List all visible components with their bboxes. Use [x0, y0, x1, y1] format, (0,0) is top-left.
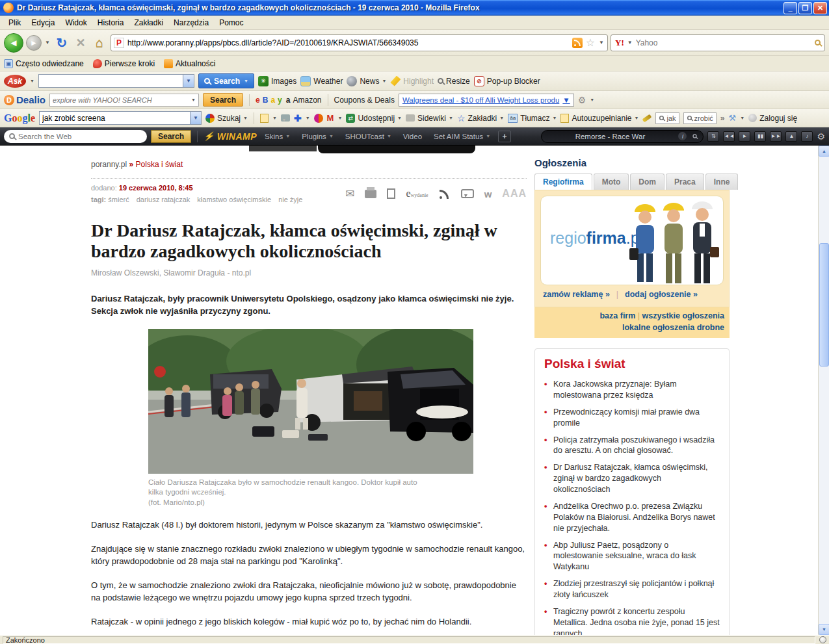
breadcrumb-section-link[interactable]: Polska i świat	[136, 160, 183, 169]
vertical-scrollbar[interactable]: ▲ ▼	[818, 146, 829, 635]
dealio-search-input[interactable]	[53, 96, 191, 104]
ask-resize-button[interactable]: Resize	[438, 77, 470, 86]
regiofirma-ad[interactable]: regiofirma.pl	[534, 190, 730, 307]
track-search-icon[interactable]	[693, 134, 697, 138]
print-icon[interactable]	[365, 190, 376, 198]
ask-images-button[interactable]: ✳Images	[258, 76, 296, 86]
dealio-amazon-button[interactable]: aAmazon	[286, 96, 322, 105]
google-logo[interactable]: Google	[4, 112, 35, 124]
word-search-zrobic[interactable]: zrobić	[683, 112, 717, 124]
google-szukaj-button[interactable]: Szukaj▼	[205, 114, 248, 123]
dealio-ebay-button[interactable]: eBay	[256, 96, 282, 105]
rss-icon[interactable]	[572, 38, 583, 48]
menu-zakladki[interactable]: Zakładki	[129, 17, 168, 29]
add-dropdown-icon[interactable]: ▼	[306, 116, 310, 120]
url-bar[interactable]: P http://www.poranny.pl/apps/pbcs.dll/ar…	[111, 34, 608, 51]
home-button[interactable]: ⌂	[91, 35, 108, 50]
menu-widok[interactable]: Widok	[60, 17, 91, 29]
stop-button[interactable]: ✕	[73, 36, 88, 50]
winamp-menu-aim-status[interactable]: Set AIM Status▼	[430, 133, 494, 140]
add-button-icon[interactable]: ✚	[294, 113, 302, 123]
settings-dropdown-icon[interactable]: ▼	[740, 116, 744, 120]
winamp-gear-icon[interactable]: ⚙	[817, 131, 825, 142]
combo-dropdown-icon[interactable]: ▼	[183, 75, 194, 87]
menu-narzedzia[interactable]: Narzędzia	[169, 17, 213, 29]
news-item-link[interactable]: Policja zatrzymała poszukiwanego i wsadz…	[544, 435, 720, 457]
winamp-menu-skins[interactable]: Skins▼	[261, 133, 294, 140]
url-dropdown-icon[interactable]: ▼	[598, 40, 605, 45]
tab-praca[interactable]: Praca	[666, 174, 704, 190]
tag-link[interactable]: śmierć	[108, 196, 129, 203]
photos-icon[interactable]	[260, 114, 269, 123]
bookmark-pierwsze-kroki[interactable]: Pierwsze kroki	[93, 59, 155, 68]
menu-pomoc[interactable]: Pomoc	[215, 17, 248, 29]
deal-dropdown-icon[interactable]: ▼	[562, 96, 570, 104]
google-search-input[interactable]	[40, 114, 190, 123]
ask-news-button[interactable]: News▼	[347, 76, 386, 86]
highlight-pen-icon[interactable]	[642, 114, 652, 122]
info-icon[interactable]: i	[678, 132, 687, 140]
winamp-menu-shoutcast[interactable]: SHOUTcast▼	[341, 133, 395, 140]
ask-logo[interactable]: Ask	[4, 75, 26, 88]
dealio-deal-link[interactable]: Walgreens deal - $10 off Alli Weight Los…	[399, 94, 574, 107]
institution-icon[interactable]	[281, 114, 290, 122]
search-options-dropdown-icon[interactable]: ▼	[244, 79, 248, 83]
url-text[interactable]: http://www.poranny.pl/apps/pbcs.dll/arti…	[127, 38, 569, 47]
news-item-link[interactable]: Tragiczny powrót z koncertu zespołu Meta…	[544, 606, 720, 635]
word-search-jak[interactable]: jak	[655, 112, 679, 124]
tab-dom[interactable]: Dom	[630, 174, 665, 190]
winamp-search-button[interactable]: Search	[151, 130, 191, 143]
baza-firm-link[interactable]: baza firm	[599, 311, 635, 320]
google-autofill-button[interactable]: Autouzupełnianie▼	[560, 114, 638, 123]
lokalne-ogloszenia-link[interactable]: lokalne ogłoszenia drobne	[622, 323, 724, 332]
bookmark-czesto-odwiedzane[interactable]: ▣Często odwiedzane	[4, 59, 84, 68]
winamp-logo[interactable]: ⚡WINAMP	[204, 131, 257, 142]
menu-historia[interactable]: Historia	[93, 17, 129, 29]
google-share-button[interactable]: ⇄Udostępnij▼	[346, 114, 402, 123]
google-translate-button[interactable]: ăaTłumacz▼	[508, 114, 557, 123]
menu-plik[interactable]: Plik	[4, 17, 25, 29]
ask-dropdown-icon[interactable]: ▼	[30, 79, 34, 83]
tab-moto[interactable]: Moto	[594, 174, 629, 190]
yahoo-search-input[interactable]	[636, 38, 812, 47]
news-dropdown-icon[interactable]: ▼	[382, 79, 386, 83]
scroll-down-icon[interactable]: ▼	[819, 624, 829, 635]
search-magnifier-icon[interactable]	[815, 40, 821, 45]
news-item-link[interactable]: Złodziej przestraszył się policjantów i …	[544, 578, 720, 600]
google-search-dropdown-icon[interactable]: ▼	[190, 112, 201, 124]
comments-icon[interactable]	[461, 189, 474, 198]
breadcrumb-site-link[interactable]: poranny.pl	[91, 160, 127, 169]
google-signin-button[interactable]: Zaloguj się	[748, 114, 797, 123]
font-size-icons[interactable]: AAA	[502, 188, 527, 200]
search-engine-dropdown-icon[interactable]: ▼	[627, 40, 633, 45]
bookmark-star-icon[interactable]: ☆	[586, 36, 595, 49]
gmail-dropdown-icon[interactable]: ▼	[337, 116, 342, 120]
news-item-link[interactable]: Abp Juliusz Paetz, posądzony o molestowa…	[544, 540, 720, 573]
dealio-search-button[interactable]: Search	[203, 93, 243, 107]
rss-feed-icon[interactable]	[439, 188, 451, 200]
news-item-link[interactable]: Dr Dariusz Ratajczak, kłamca oświęcimski…	[544, 462, 720, 495]
ask-highlight-button[interactable]: Highlight	[390, 76, 434, 86]
pause-button[interactable]: ▮▮	[754, 131, 766, 142]
ask-search-button[interactable]: Search▼	[198, 73, 254, 88]
ewydanie-link[interactable]: ewydanie	[406, 188, 428, 200]
bookmark-aktualnosci[interactable]: Aktualności	[164, 59, 215, 68]
ask-search-input[interactable]: ▼	[38, 74, 194, 88]
news-item-link[interactable]: Przewodniczący komisji miał prawie dwa p…	[544, 407, 720, 429]
next-button[interactable]: ►►	[770, 131, 782, 142]
previous-button[interactable]: ◄◄	[723, 131, 735, 142]
volume-button[interactable]: ♪	[801, 131, 813, 142]
photos-dropdown-icon[interactable]: ▼	[272, 116, 277, 120]
back-button[interactable]: ◄	[4, 33, 23, 53]
more-words-icon[interactable]: »	[720, 114, 725, 123]
dealio-coupons-button[interactable]: Coupons & Deals	[334, 96, 395, 105]
tab-regiofirma[interactable]: Regiofirma	[534, 174, 592, 190]
play-button[interactable]: ►	[739, 131, 750, 142]
szukaj-dropdown-icon[interactable]: ▼	[243, 116, 248, 120]
winamp-menu-video[interactable]: Video	[399, 133, 426, 140]
winamp-add-button[interactable]: +	[498, 131, 511, 142]
shuffle-button[interactable]: ⇅	[707, 131, 719, 142]
tab-inne[interactable]: Inne	[705, 174, 739, 190]
gmail-icon[interactable]: M	[327, 113, 334, 123]
forward-button[interactable]: ►	[26, 35, 42, 51]
